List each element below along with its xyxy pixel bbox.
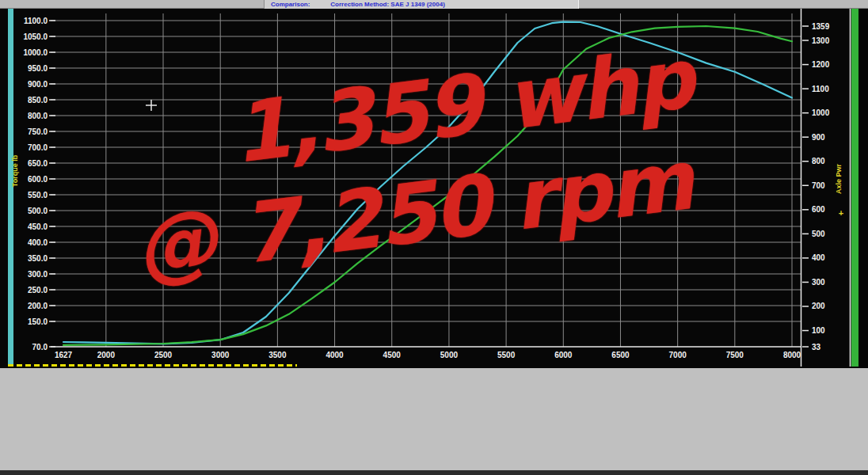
right-axis-tick-label: 1300 [812, 36, 830, 45]
x-axis-tick-label: 2000 [97, 351, 116, 359]
left-axis-tick-label: 500.0 [28, 207, 48, 215]
x-axis-tick-label: 2500 [154, 351, 173, 359]
left-axis-tick-label: 750.0 [28, 127, 48, 136]
left-axis-tick-label: 450.0 [28, 222, 48, 231]
left-axis-tick-label: 200.0 [28, 302, 48, 310]
x-axis-tick-label: 6500 [611, 351, 630, 359]
dyno-app-window: Comparison: Correction Method: SAE J 134… [0, 0, 868, 475]
right-axis-tick-label: 900 [812, 133, 825, 142]
right-axis-tick-label: 700 [812, 181, 825, 190]
left-axis-tick-label: 900.0 [28, 80, 48, 89]
right-axis-title: Axle Pwr [835, 164, 843, 195]
x-axis-tick-label: 5000 [440, 351, 459, 359]
axis-marker-plus-icon: + [839, 208, 843, 218]
left-axis-tick-label: 550.0 [28, 191, 48, 200]
x-axis-tick-label: 7000 [669, 351, 687, 359]
correction-method-label: Correction Method: SAE J 1349 (2004) [330, 1, 444, 9]
left-axis-tick-label: 1100.0 [24, 17, 48, 25]
x-axis-tick-label: 4000 [326, 351, 344, 359]
right-axis-tick-label: 800 [812, 157, 825, 165]
left-axis-tick-label: 1000.0 [23, 48, 48, 57]
x-axis-tick-label: 3500 [268, 351, 287, 359]
title-bar: Comparison: Correction Method: SAE J 134… [0, 0, 868, 9]
right-axis-tick-label: 200 [812, 302, 825, 310]
left-axis-tick-label: 950.0 [28, 64, 48, 73]
x-axis-tick-label: 3000 [211, 351, 230, 359]
control-panel: Plot 1 (Solid) X Axis Y Axis (Left) Y Ax… [0, 368, 868, 475]
right-axis-tick-label: 1200 [812, 60, 830, 69]
left-axis-tick-label: 800.0 [28, 112, 48, 120]
x-axis-tick-label: 5500 [497, 351, 516, 359]
left-axis-tick-label: 350.0 [28, 254, 48, 263]
left-axis-title: Torque lb [11, 154, 19, 187]
x-axis-tick-label: 8000 [783, 351, 801, 359]
x-axis-tick-label: 6000 [554, 351, 573, 359]
right-axis-tick-label: 33 [812, 343, 821, 352]
dyno-chart-plot[interactable]: 1100.01050.01000.0950.0900.0850.0800.075… [0, 9, 868, 368]
left-axis-tick-label: 70.0 [32, 343, 48, 352]
left-axis-tick-label: 400.0 [28, 238, 48, 247]
x-axis-tick-label: 1627 [55, 351, 73, 359]
right-axis-tick-label: 1000 [812, 108, 830, 117]
title-inset: Comparison: Correction Method: SAE J 134… [264, 0, 579, 9]
left-axis-tick-label: 600.0 [28, 175, 48, 184]
left-axis-tick-label: 300.0 [28, 270, 48, 279]
right-axis-tick-label: 500 [812, 230, 825, 238]
left-axis-tick-label: 650.0 [28, 159, 48, 168]
left-axis-tick-label: 250.0 [28, 286, 48, 294]
left-axis-tick-label: 700.0 [28, 143, 48, 152]
comparison-label: Comparison: [271, 1, 310, 9]
right-axis-tick-label: 600 [812, 205, 825, 214]
x-axis-tick-label: 7500 [726, 351, 744, 359]
right-axis-tick-label: 1359 [812, 22, 830, 31]
right-axis-bar [851, 9, 858, 367]
left-axis-tick-label: 150.0 [28, 317, 48, 326]
window-bottom-edge [0, 470, 868, 475]
left-axis-tick-label: 1050.0 [23, 32, 48, 41]
right-axis-tick-label: 1100 [812, 85, 829, 93]
right-axis-tick-label: 100 [812, 326, 825, 335]
right-axis-tick-label: 400 [812, 253, 825, 262]
left-axis-tick-label: 850.0 [28, 96, 48, 104]
right-axis-tick-label: 300 [812, 278, 825, 287]
x-axis-tick-label: 4500 [383, 351, 402, 359]
